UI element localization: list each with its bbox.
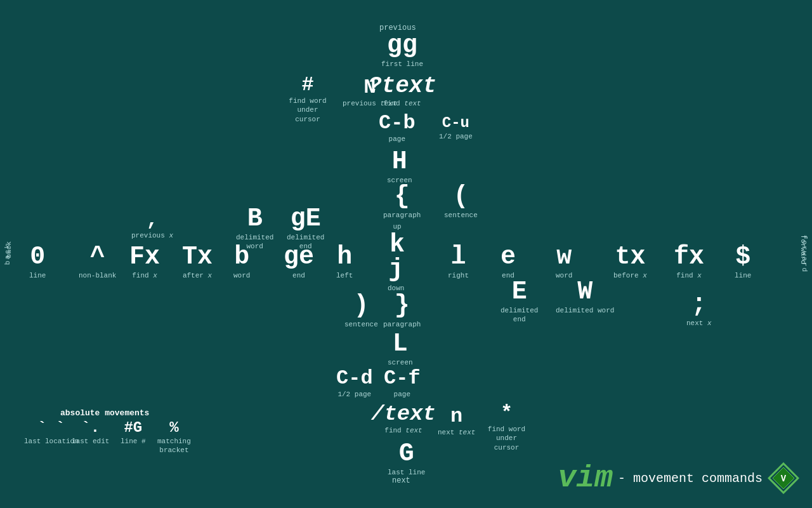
- cmd-cb: C-b page: [379, 113, 416, 144]
- vim-logo-text: vim: [558, 461, 613, 495]
- cmd-zero: 0 line: [29, 244, 46, 280]
- cmd-hash: # find wordunder cursor: [289, 75, 327, 124]
- cmd-W: W delimited word: [556, 279, 614, 315]
- back-side-label: back: [4, 243, 11, 265]
- cmd-double-quote: ` ` last location: [24, 420, 79, 446]
- next-label: next: [392, 475, 410, 486]
- cmd-star: * find wordunder cursor: [486, 403, 527, 452]
- cmd-caret: ^ non-blank: [79, 244, 116, 280]
- cmd-b: b word: [233, 244, 250, 280]
- cmd-H: H screen: [387, 149, 412, 185]
- cmd-close-paren: ) sentence: [344, 293, 378, 329]
- forward-side-label: forward: [801, 235, 808, 273]
- cmd-cf: C-f page: [384, 368, 421, 399]
- cmd-tx: tx before x: [613, 244, 647, 280]
- svg-text:V: V: [781, 474, 787, 484]
- cmd-n: n next text: [438, 406, 475, 437]
- cmd-percent: % matchingbracket: [157, 420, 191, 455]
- cmd-ge: ge end: [284, 244, 314, 280]
- cmd-j: j down: [388, 257, 404, 293]
- vim-subtitle: - movement commands: [618, 471, 763, 486]
- cmd-dollar: $ line: [735, 244, 751, 280]
- cmd-e: e end: [501, 244, 516, 280]
- cmd-k: up k: [390, 221, 405, 258]
- vim-icon: V: [768, 462, 799, 494]
- cmd-backtick-dot: `. last edit: [72, 420, 109, 446]
- cmd-E: E delimitedend: [501, 279, 538, 324]
- cmd-G: G last line: [388, 441, 425, 477]
- cmd-slash-text: /text find text: [371, 403, 436, 435]
- cmd-cu: C-u 1/2 page: [439, 116, 473, 141]
- cmd-cd: C-d 1/2 page: [336, 368, 373, 399]
- cmd-L: L screen: [388, 331, 413, 367]
- vim-branding: vim - movement commands V: [558, 461, 799, 495]
- cmd-semicolon: ; next x: [686, 292, 712, 328]
- cmd-Tx: Tx after x: [182, 244, 213, 280]
- cmd-open-brace: { paragraph: [383, 184, 421, 220]
- cmd-l: l right: [448, 244, 469, 280]
- cmd-close-brace: } paragraph: [383, 293, 421, 329]
- cmd-h: h left: [336, 244, 353, 280]
- cmd-fx: fx find x: [674, 244, 704, 280]
- cmd-gg: gg first line: [381, 33, 423, 69]
- absolute-movements-label: absolute movements: [60, 408, 149, 418]
- cmd-open-paren: ( sentence: [444, 184, 478, 220]
- cmd-comma: , previous x: [131, 210, 173, 240]
- cmd-hash-G: #G line #: [121, 420, 146, 446]
- cmd-Fx: Fx find x: [129, 244, 160, 280]
- cmd-w: w word: [556, 244, 572, 280]
- cmd-N: N previous text: [343, 77, 397, 108]
